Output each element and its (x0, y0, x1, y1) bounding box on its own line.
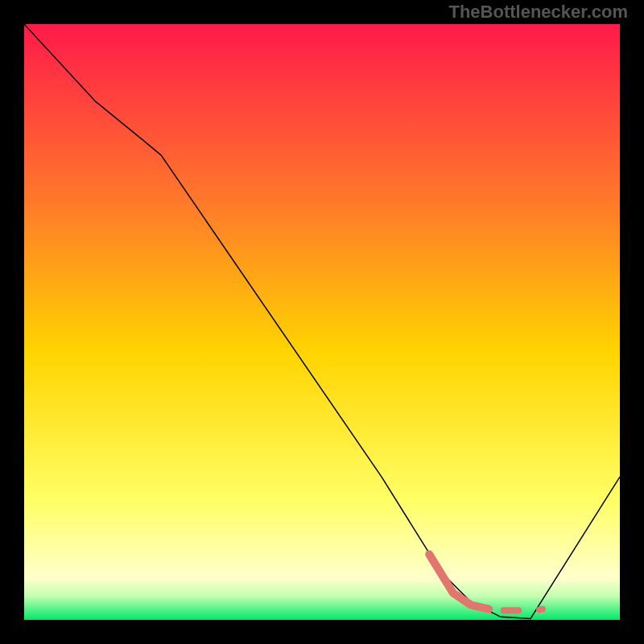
series-highlight-dot (539, 609, 543, 610)
chart-svg (24, 24, 620, 620)
watermark-text: TheBottlenecker.com (448, 2, 628, 23)
gradient-background (24, 24, 620, 620)
chart-plot-area (24, 24, 620, 620)
